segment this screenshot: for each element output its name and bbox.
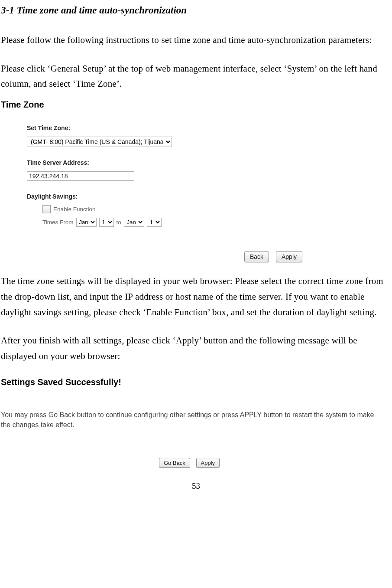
paragraph-nav: Please click ‘General Setup’ at the top … — [1, 61, 391, 92]
saved-title: Settings Saved Successfully! — [1, 377, 378, 387]
enable-function-checkbox[interactable] — [42, 205, 51, 213]
settings-saved-panel: Settings Saved Successfully! You may pre… — [1, 377, 378, 468]
to-day-select[interactable]: 1 — [147, 218, 162, 227]
apply-button[interactable]: Apply — [276, 251, 302, 262]
time-zone-panel: Time Zone Set Time Zone: (GMT- 8:00) Pac… — [1, 100, 295, 262]
time-server-input[interactable] — [27, 171, 134, 181]
page-number: 53 — [1, 479, 391, 493]
go-back-button[interactable]: Go Back — [159, 458, 190, 468]
paragraph-intro: Please follow the following instructions… — [1, 33, 391, 48]
set-time-zone-label: Set Time Zone: — [27, 124, 295, 131]
time-zone-select[interactable]: (GMT- 8:00) Pacific Time (US & Canada); … — [27, 137, 172, 147]
to-month-select[interactable]: Jan — [124, 218, 144, 227]
panel-title: Time Zone — [1, 100, 295, 110]
from-month-select[interactable]: Jan — [76, 218, 97, 227]
paragraph-apply: After you finish with all settings, plea… — [1, 333, 391, 364]
back-button[interactable]: Back — [244, 251, 269, 262]
daylight-savings-label: Daylight Savings: — [27, 193, 295, 200]
apply-button-2[interactable]: Apply — [196, 458, 220, 468]
enable-function-label: Enable Function — [53, 206, 96, 212]
time-server-label: Time Server Address: — [27, 159, 295, 166]
from-day-select[interactable]: 1 — [99, 218, 114, 227]
times-from-label: Times From — [42, 219, 74, 225]
to-label: to — [117, 219, 121, 225]
section-title: 3-1 Time zone and time auto-synchronizat… — [1, 2, 391, 19]
saved-message: You may press Go Back button to continue… — [1, 410, 378, 430]
paragraph-explain: The time zone settings will be displayed… — [1, 274, 391, 320]
